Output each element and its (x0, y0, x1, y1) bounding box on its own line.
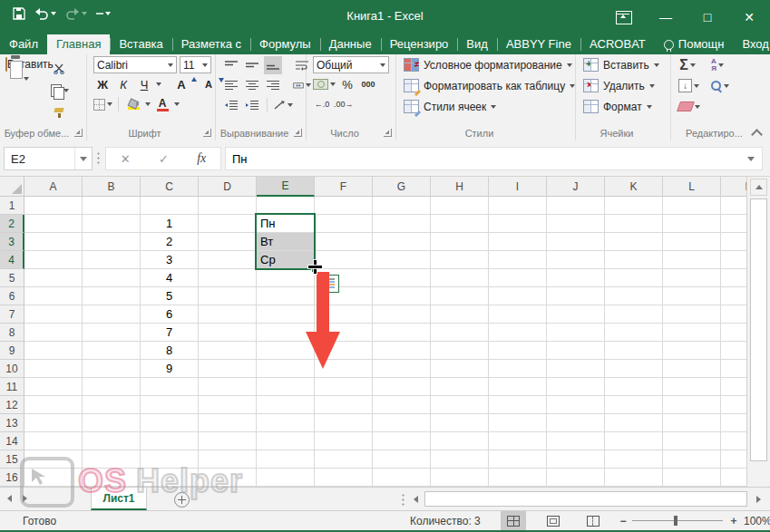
format-painter-button[interactable] (51, 103, 69, 121)
column-header-C[interactable]: C (141, 177, 199, 197)
grid-cell-H11[interactable] (431, 378, 489, 396)
grid-cell-L7[interactable] (663, 305, 721, 324)
row-header-1[interactable]: 1 (0, 197, 24, 215)
font-dialog-launcher[interactable] (203, 129, 211, 137)
grid-cell-L10[interactable] (663, 360, 721, 378)
grid-cell-I7[interactable] (489, 305, 547, 324)
clipboard-dialog-launcher[interactable] (74, 129, 83, 137)
grid-cell-M1[interactable] (721, 197, 746, 215)
grid-cell-E4[interactable]: Ср (257, 251, 315, 269)
grid-cell-M13[interactable] (721, 414, 746, 432)
grid-cell-H4[interactable] (431, 251, 489, 269)
fill-button[interactable]: ↓ (678, 77, 699, 95)
row-header-16[interactable]: 16 (0, 469, 24, 487)
align-right-button[interactable] (264, 76, 282, 94)
grid-cell-C4[interactable]: 3 (141, 251, 199, 269)
grid-cell-K4[interactable] (605, 251, 663, 269)
grid-cell-M14[interactable] (721, 432, 746, 450)
grid-cell-J5[interactable] (547, 269, 605, 287)
font-name-combo[interactable]: Calibri (93, 56, 177, 73)
redo-button[interactable] (65, 8, 87, 20)
grid-cell-J15[interactable] (547, 450, 605, 469)
row-header-8[interactable]: 8 (0, 324, 24, 342)
grid-cell-F1[interactable] (315, 197, 373, 215)
tab-split-handle[interactable] (402, 493, 404, 506)
grid-cell-L8[interactable] (663, 324, 721, 342)
grid-cell-F16[interactable] (315, 469, 373, 487)
grid-cell-A10[interactable] (24, 360, 83, 378)
grid-cell-G12[interactable] (373, 396, 431, 414)
grid-cell-B1[interactable] (83, 197, 141, 215)
fill-color-button[interactable] (124, 95, 142, 113)
grid-cell-E8[interactable] (257, 324, 315, 342)
fill-color-dropdown-icon[interactable] (145, 102, 151, 106)
grid-cell-A8[interactable] (24, 324, 83, 342)
sort-filter-button[interactable]: АЯ (708, 56, 726, 74)
grid-cell-H10[interactable] (431, 360, 489, 378)
grid-cell-L16[interactable] (663, 469, 721, 487)
grid-cell-J6[interactable] (547, 287, 605, 305)
grid-cell-E15[interactable] (257, 450, 315, 469)
grid-cell-F9[interactable] (315, 342, 373, 360)
grid-cell-I8[interactable] (489, 324, 547, 342)
grid-cell-A13[interactable] (24, 414, 83, 432)
grid-cell-M9[interactable] (721, 342, 746, 360)
grid-cell-B14[interactable] (83, 432, 141, 450)
grid-cell-C2[interactable]: 1 (141, 215, 199, 233)
tab-Вход[interactable]: Вход (733, 34, 770, 54)
grid-cell-F8[interactable] (315, 324, 373, 342)
grid-cell-K2[interactable] (605, 215, 663, 233)
grid-cell-K14[interactable] (605, 432, 663, 450)
grid-cell-E16[interactable] (257, 469, 315, 487)
worksheet-grid[interactable]: ABCDEFGHIJKLM121Пн32Вт43Ср54657687981091… (0, 177, 746, 487)
grid-cell-J3[interactable] (547, 233, 605, 251)
grid-cell-M8[interactable] (721, 324, 746, 342)
decrease-indent-button[interactable] (222, 96, 240, 114)
grid-cell-D13[interactable] (199, 414, 257, 432)
grid-cell-M2[interactable] (721, 215, 746, 233)
grid-cell-K7[interactable] (605, 305, 663, 324)
grid-cell-L2[interactable] (663, 215, 721, 233)
zoom-level[interactable]: 100% (744, 515, 770, 527)
tab-ABBYY Fine[interactable]: ABBYY Fine (497, 34, 580, 54)
grid-cell-I9[interactable] (489, 342, 547, 360)
grid-cell-E1[interactable] (257, 197, 315, 215)
grid-cell-B12[interactable] (83, 396, 141, 414)
grid-cell-I1[interactable] (489, 197, 547, 215)
autosum-button[interactable]: Σ (678, 56, 697, 74)
column-header-I[interactable]: I (489, 177, 547, 197)
grid-cell-E13[interactable] (257, 414, 315, 432)
scroll-up-button[interactable] (750, 179, 767, 196)
grid-cell-G4[interactable] (373, 251, 431, 269)
grid-cell-H12[interactable] (431, 396, 489, 414)
percent-style-button[interactable]: % (338, 75, 356, 93)
tab-Рецензиро[interactable]: Рецензиро (381, 34, 458, 54)
row-header-4[interactable]: 4 (0, 251, 24, 269)
tab-Формулы[interactable]: Формулы (250, 34, 320, 54)
grid-cell-H9[interactable] (431, 342, 489, 360)
grid-cell-J11[interactable] (547, 378, 605, 396)
grid-cell-D4[interactable] (199, 251, 257, 269)
grid-cell-H2[interactable] (431, 215, 489, 233)
grid-cell-L6[interactable] (663, 287, 721, 305)
page-layout-view-button[interactable] (541, 511, 566, 530)
copy-button[interactable] (51, 82, 69, 100)
grid-cell-L12[interactable] (663, 396, 721, 414)
grid-cell-B8[interactable] (83, 324, 141, 342)
grid-cell-E6[interactable] (257, 287, 315, 305)
grid-cell-F11[interactable] (315, 378, 373, 396)
cell-styles-button[interactable]: Стили ячеек (396, 96, 575, 117)
alignment-dialog-launcher[interactable] (294, 129, 302, 137)
row-header-10[interactable]: 10 (0, 360, 24, 378)
underline-dropdown-icon[interactable] (156, 82, 161, 86)
row-header-12[interactable]: 12 (0, 396, 24, 414)
row-header-13[interactable]: 13 (0, 414, 24, 432)
grid-cell-C10[interactable]: 9 (141, 360, 199, 378)
grid-cell-B15[interactable] (83, 450, 141, 469)
grid-cell-A7[interactable] (24, 305, 83, 324)
grid-cell-E11[interactable] (257, 378, 315, 396)
row-header-15[interactable]: 15 (0, 450, 24, 469)
formula-bar-splitter[interactable] (97, 151, 100, 166)
grid-cell-B4[interactable] (83, 251, 141, 269)
grid-cell-I11[interactable] (489, 378, 547, 396)
